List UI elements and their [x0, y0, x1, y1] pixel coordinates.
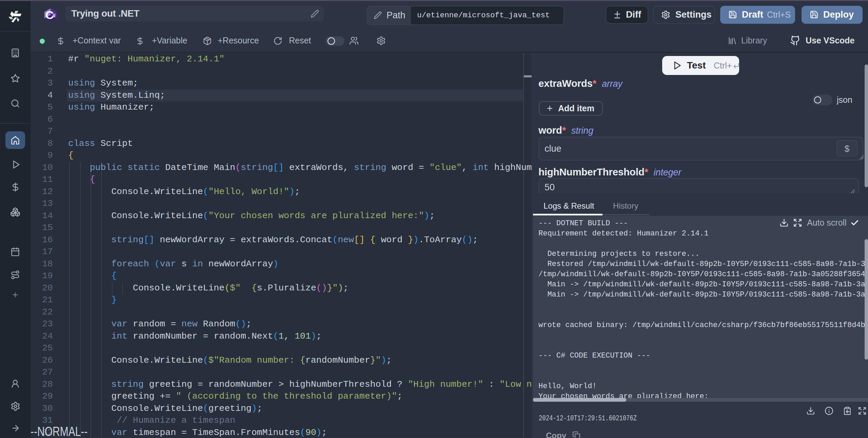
svg-text:#: # [52, 13, 56, 19]
